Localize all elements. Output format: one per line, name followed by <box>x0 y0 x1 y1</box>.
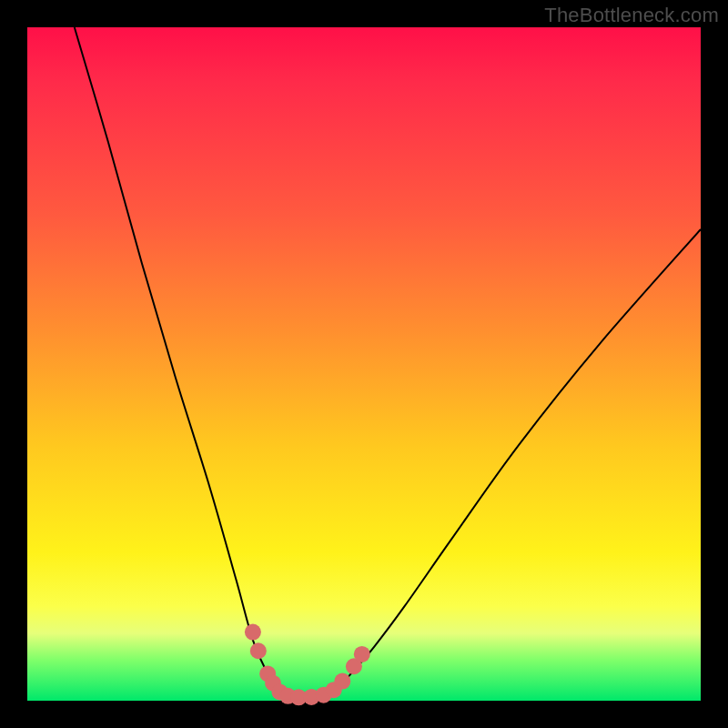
marker-left-upper-b <box>250 642 267 659</box>
marker-right-upper-b <box>354 646 370 662</box>
curve-left-arm <box>75 27 285 695</box>
chart-frame: TheBottleneck.com <box>0 0 728 728</box>
marker-right-lower-b <box>334 673 350 690</box>
chart-plot-area <box>27 27 701 701</box>
curve-right-arm <box>327 229 701 694</box>
marker-left-upper-a <box>245 624 261 641</box>
watermark-text: TheBottleneck.com <box>544 4 719 27</box>
chart-svg <box>27 27 701 701</box>
